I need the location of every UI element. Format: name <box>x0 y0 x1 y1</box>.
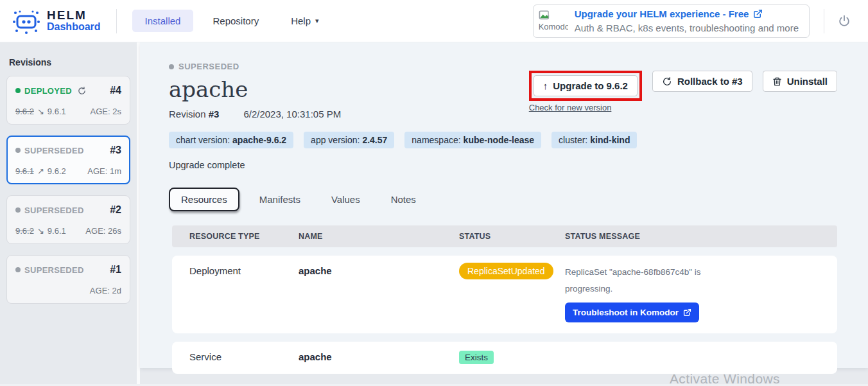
chip-app-version-value: 2.4.57 <box>362 135 387 145</box>
cell-resource-type: Service <box>189 351 299 362</box>
tab-values[interactable]: Values <box>320 189 371 210</box>
revision-card-4[interactable]: DEPLOYED #4 9.6.2 ↘ 9.6.1 AGE: 2s <box>6 76 130 125</box>
tab-resources[interactable]: Resources <box>169 188 239 211</box>
chip-namespace: namespace:kube-node-lease <box>404 132 541 148</box>
revision-age: AGE: 2s <box>91 107 121 116</box>
status-badge-replicasetupdated: ReplicaSetUpdated <box>459 263 553 279</box>
new-version: 9.6.1 <box>48 107 66 116</box>
tab-manifests[interactable]: Manifests <box>248 189 311 210</box>
banner-subtitle: Auth & RBAC, k8s events, troubleshooting… <box>575 21 799 35</box>
table-row-service: Service apache Exists <box>172 342 837 374</box>
tab-notes[interactable]: Notes <box>380 189 427 210</box>
status-message: ReplicaSet "apache-68fb867c4b" is progre… <box>565 264 837 297</box>
nav-tab-repository[interactable]: Repository <box>200 10 272 32</box>
status-dot-icon <box>15 207 21 213</box>
header-divider-right <box>824 9 824 33</box>
troubleshoot-button-label: Troubleshoot in Komodor <box>573 308 679 317</box>
chip-cluster: cluster:kind-kind <box>551 132 637 148</box>
logo-text-dashboard: Dashboard <box>47 22 101 33</box>
revision-card-3[interactable]: SUPERSEDED #3 9.6.1 ↗ 9.6.2 AGE: 1m <box>6 136 130 184</box>
revisions-title: Revisions <box>9 57 128 67</box>
banner-title[interactable]: Upgrade your HELM experience - Free <box>575 7 749 21</box>
reload-icon <box>77 86 87 96</box>
revision-number: #1 <box>110 264 121 276</box>
chip-app-version: app version:2.4.57 <box>304 132 394 148</box>
chip-chart-version-value: apache-9.6.2 <box>232 135 286 145</box>
external-link-icon <box>683 308 691 317</box>
revision-label: Revision #3 <box>169 109 219 119</box>
nav-tab-installed-label: Installed <box>145 15 181 26</box>
status-dot-icon <box>15 267 21 272</box>
top-header: HELM Dashboard Installed Repository Help… <box>0 0 868 42</box>
status-badge-exists: Exists <box>459 351 494 364</box>
revision-status: SUPERSEDED <box>24 265 84 275</box>
helm-dashboard-logo[interactable]: HELM Dashboard <box>12 6 101 36</box>
trash-icon <box>772 76 782 87</box>
rollback-button[interactable]: Rollback to #3 <box>652 71 752 92</box>
revision-age: AGE: 26s <box>85 226 121 236</box>
uninstall-button-label: Uninstall <box>787 76 828 87</box>
external-link-icon <box>753 9 763 19</box>
nav-tab-installed[interactable]: Installed <box>132 10 194 32</box>
status-dot-icon <box>15 88 21 93</box>
uninstall-button[interactable]: Uninstall <box>763 71 837 92</box>
release-status-badge: SUPERSEDED <box>178 62 239 71</box>
revision-age: AGE: 2d <box>90 286 121 295</box>
table-header-row: RESOURCE TYPE NAME STATUS STATUS MESSAGE <box>172 225 837 247</box>
table-row-deployment: Deployment apache ReplicaSetUpdated Repl… <box>172 256 837 333</box>
komodor-image-alt-text: Komodor <box>539 22 568 31</box>
power-icon <box>837 14 851 28</box>
chip-cluster-value: kind-kind <box>590 135 630 145</box>
nav-tab-repository-label: Repository <box>213 15 259 26</box>
revision-number: #3 <box>110 145 121 156</box>
release-detail-panel: SUPERSEDED apache Revision #3 6/2/2023, … <box>140 42 868 368</box>
revision-card-1[interactable]: SUPERSEDED #1 AGE: 2d <box>6 255 130 304</box>
detail-tabs: Resources Manifests Values Notes <box>169 188 837 211</box>
cell-name: apache <box>299 265 459 276</box>
column-name: NAME <box>299 232 459 241</box>
check-new-version-link[interactable]: Check for new version <box>529 103 642 112</box>
chip-namespace-value: kube-node-lease <box>464 135 534 145</box>
column-status-message: STATUS MESSAGE <box>565 232 837 241</box>
troubleshoot-komodor-button[interactable]: Troubleshoot in Komodor <box>565 303 699 322</box>
header-divider <box>116 9 117 33</box>
old-version: 9.6.2 <box>15 226 34 236</box>
revisions-sidebar: Revisions DEPLOYED #4 9.6.2 ↘ 9.6.1 AGE:… <box>0 42 137 386</box>
komodor-broken-image: Komodor <box>539 10 568 31</box>
resources-table: RESOURCE TYPE NAME STATUS STATUS MESSAGE… <box>172 225 837 374</box>
komodor-promo-banner[interactable]: Komodor Upgrade your HELM experience - F… <box>533 4 810 38</box>
upgrade-arrow-icon: ↑ <box>543 80 548 91</box>
chip-chart-version: chart version:apache-9.6.2 <box>169 132 293 148</box>
revision-status: SUPERSEDED <box>24 146 84 155</box>
upgrade-button[interactable]: ↑ Upgrade to 9.6.2 <box>534 75 638 96</box>
cell-name: apache <box>299 351 459 362</box>
old-version: 9.6.1 <box>15 166 34 176</box>
release-title: apache <box>169 76 529 102</box>
revision-number: #4 <box>110 85 121 96</box>
rollback-icon <box>662 76 672 87</box>
revision-number: #2 <box>110 204 121 216</box>
column-resource-type: RESOURCE TYPE <box>189 232 299 241</box>
upgrade-button-label: Upgrade to 9.6.2 <box>553 80 628 91</box>
old-version: 9.6.2 <box>15 107 34 116</box>
chevron-down-icon: ▾ <box>315 17 319 25</box>
nav-menu-help-label: Help <box>291 15 311 26</box>
status-dot-icon <box>169 64 174 69</box>
red-highlight-annotation: ↑ Upgrade to 9.6.2 <box>529 71 642 101</box>
logo-text-helm: HELM <box>47 9 101 22</box>
new-version: 9.6.1 <box>48 226 66 236</box>
nav-menu-help[interactable]: Help ▾ <box>278 10 331 32</box>
revision-date: 6/2/2023, 10:31:05 PM <box>243 109 341 119</box>
revision-card-2[interactable]: SUPERSEDED #2 9.6.2 ↘ 9.6.1 AGE: 26s <box>6 195 130 244</box>
revision-number-value: #3 <box>209 109 220 119</box>
status-dot-icon <box>15 148 21 153</box>
version-arrow-icon: ↘ <box>37 107 44 116</box>
release-description: Upgrade complete <box>169 160 837 170</box>
main-nav: Installed Repository Help ▾ <box>132 10 332 32</box>
column-status: STATUS <box>459 232 565 241</box>
shutdown-button[interactable] <box>837 14 851 28</box>
revision-age: AGE: 1m <box>87 166 121 176</box>
version-arrow-icon: ↗ <box>37 166 44 176</box>
new-version: 9.6.2 <box>48 166 66 176</box>
cell-resource-type: Deployment <box>189 265 299 276</box>
